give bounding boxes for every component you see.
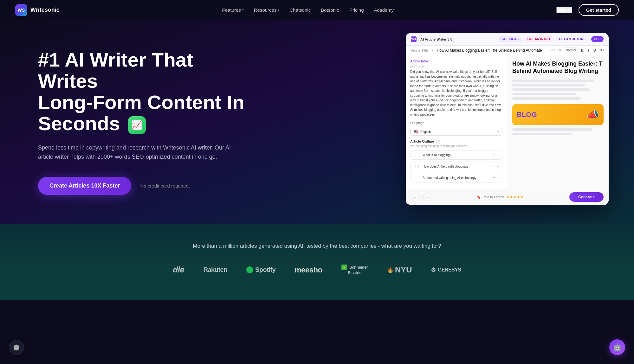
preview-line (512, 84, 585, 86)
add-outline-icon[interactable]: + (493, 176, 495, 180)
outline-hint: You can drag and drop to rearrange secti… (410, 144, 502, 148)
nyu-torch-icon: 🔥 (387, 266, 394, 273)
article-writer-mockup: WS AI Article Writer 3.0 GET IDEAS GET A… (406, 33, 609, 205)
hero-cta-note: No credit card required. (140, 183, 190, 188)
chevron-down-icon: ▾ (242, 8, 244, 12)
chevron-down-icon: ▾ (278, 8, 279, 12)
drag-handle-icon: ⋮⋮ (414, 176, 420, 180)
logos-row: dle Rakuten ♪ Spotify meesho ⚡ Schneider… (13, 265, 621, 275)
add-outline-icon[interactable]: + (493, 153, 495, 157)
mockup-right-panel: How AI Makes Blogging Easier: T Behind A… (507, 55, 609, 189)
char-count: 71 / 300 (550, 48, 561, 52)
bookmark-icon: 🔖 (477, 195, 481, 199)
logos-section: More than a million articles generated u… (0, 224, 634, 300)
format-bold-button[interactable]: B (579, 48, 585, 53)
logo-text: Writesonic (30, 7, 60, 13)
outline-item: ⋮⋮ Automated writing using AI technology… (410, 173, 502, 182)
drag-handle-icon: ⋮⋮ (414, 153, 420, 157)
blog-mockup-preview: BLOG 📣 (512, 104, 604, 125)
preview-line (512, 93, 576, 95)
navbar: WS Writesonic Features ▾ Resources ▾ Cha… (0, 0, 634, 20)
spotify-icon: ♪ (246, 266, 253, 273)
schneider-bolt-icon: ⚡ (341, 265, 347, 270)
logo-spotify: ♪ Spotify (246, 266, 275, 273)
remove-outline-icon[interactable]: − (497, 164, 499, 169)
signin-button[interactable]: Sign in (556, 7, 572, 13)
format-normal-select[interactable]: Normal (564, 48, 578, 53)
remove-outline-icon[interactable]: − (497, 153, 499, 157)
preview-line (512, 97, 581, 100)
mockup-body: Article Intro 594 / 1000 Did you know th… (406, 55, 609, 189)
hero-content: #1 AI Writer That Writes Long-Form Conte… (38, 49, 254, 195)
logo-icon: WS (15, 4, 27, 16)
hero-section: #1 AI Writer That Writes Long-Form Conte… (0, 20, 634, 224)
format-italic-button[interactable]: I (586, 48, 591, 53)
logo-rakuten: Rakuten (203, 266, 227, 273)
prev-button[interactable]: ← (411, 193, 420, 201)
logo-dle: dle (173, 265, 184, 275)
logos-title: More than a million articles generated u… (13, 243, 621, 249)
nav-academy[interactable]: Academy (374, 7, 394, 13)
nav-resources[interactable]: Resources ▾ (254, 7, 280, 13)
logo-nyu: 🔥 NYU (387, 265, 412, 275)
logo[interactable]: WS Writesonic (15, 4, 60, 16)
logo-genesys: ⚙ GENESYS (431, 266, 461, 273)
article-title-value: How AI Makes Blogging Easier: The Scienc… (437, 48, 545, 53)
rate-article: 🔖 Rate this article ★★★★★ (477, 195, 524, 199)
remove-outline-icon[interactable]: − (497, 176, 499, 180)
lang-chevron-icon: ▾ (497, 130, 499, 134)
preview-line (512, 88, 590, 91)
outline-label: Article Outline (410, 139, 434, 143)
blog-label: BLOG (517, 111, 537, 119)
megaphone-icon: 📣 (586, 109, 599, 121)
intro-char-count: 594 / 1000 (410, 65, 502, 68)
add-outline-icon[interactable]: + (493, 164, 495, 169)
article-title-label: Article Title (411, 48, 428, 52)
article-preview-title: How AI Makes Blogging Easier: T Behind A… (512, 60, 604, 75)
step-more[interactable]: GE... (591, 36, 604, 42)
outline-item: ⋮⋮ What is AI blogging? + − (410, 150, 502, 160)
nav-botsonic[interactable]: Botsonic (321, 7, 339, 13)
language-selector: Language (410, 121, 502, 125)
outline-section: Article Outline ? You can drag and drop … (410, 139, 502, 182)
format-underline-button[interactable]: U (592, 48, 598, 53)
hero-title: #1 AI Writer That Writes Long-Form Conte… (38, 49, 254, 134)
preview-line (512, 133, 572, 135)
format-toolbar: Normal B I U 99 (564, 48, 604, 53)
step-get-intro[interactable]: GET AN INTRO (524, 36, 553, 42)
nav-features[interactable]: Features ▾ (222, 7, 244, 13)
hero-mockup-area: WS AI Article Writer 3.0 GET IDEAS GET A… (266, 39, 609, 205)
nav-actions: Sign in Get started (556, 4, 619, 16)
hero-subtitle: Spend less time in copywriting and resea… (38, 143, 235, 162)
step-get-ideas[interactable]: GET IDEAS (498, 36, 522, 42)
mockup-bottom-bar: ← → 🔖 Rate this article ★★★★★ Generate (406, 189, 609, 205)
logo-schneider: ⚡ Schneider Electric (341, 265, 368, 275)
preview-line (512, 80, 594, 82)
mockup-topbar: WS AI Article Writer 3.0 GET IDEAS GET A… (406, 33, 609, 46)
preview-line (512, 128, 592, 131)
genesys-icon: ⚙ (431, 266, 436, 273)
nav-links: Features ▾ Resources ▾ Chatsonic Botsoni… (222, 7, 394, 13)
getstarted-button[interactable]: Get started (579, 4, 619, 16)
mockup-toolbar: Article Title • How AI Makes Blogging Ea… (406, 46, 609, 55)
flag-icon: 🇺🇸 (414, 130, 418, 134)
mockup-title: AI Article Writer 3.0 (420, 37, 452, 41)
mockup-logo-icon: WS (411, 36, 417, 42)
hero-cta: Create Articles 10X Faster No credit car… (38, 177, 254, 195)
intro-text: Did you know that AI can now write blogs… (410, 69, 502, 117)
intro-label: Article Intro (410, 60, 502, 63)
next-button[interactable]: → (422, 193, 431, 201)
nav-pricing[interactable]: Pricing (349, 7, 364, 13)
nav-chatsonic[interactable]: Chatsonic (289, 7, 311, 13)
mockup-nav-controls: ← → (411, 193, 431, 201)
language-label: Language (410, 121, 424, 125)
step-get-outline[interactable]: GET AN OUTLINE (556, 36, 589, 42)
generate-button[interactable]: Generate (569, 192, 604, 202)
format-size: 99 (600, 48, 604, 52)
language-select[interactable]: 🇺🇸 English ▾ (410, 128, 502, 136)
info-icon: ? (436, 140, 440, 144)
trending-icon: 📈 (128, 116, 146, 134)
create-articles-button[interactable]: Create Articles 10X Faster (38, 177, 131, 195)
mockup-steps: GET IDEAS GET AN INTRO GET AN OUTLINE GE… (498, 36, 604, 42)
star-rating[interactable]: ★★★★★ (506, 195, 524, 199)
